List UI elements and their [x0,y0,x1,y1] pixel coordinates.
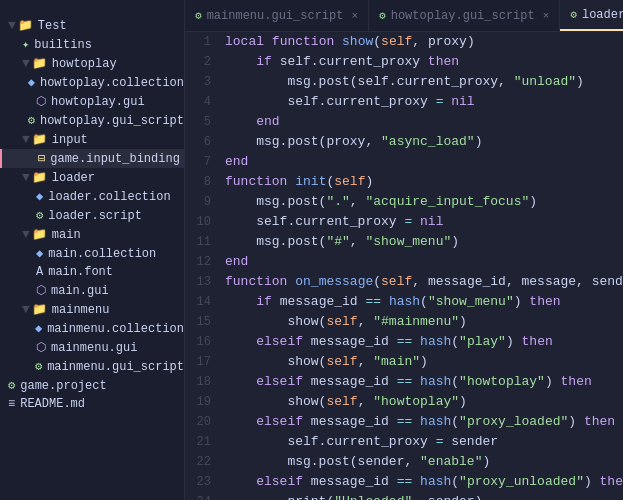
self-kw-token: self [381,274,412,289]
var-token [412,334,420,349]
script-tab-icon: ⚙ [379,9,386,22]
sidebar-item-howtoplay-gui[interactable]: ⬡howtoplay.gui [0,92,184,111]
sidebar-item-mainmenu-gui-script[interactable]: ⚙mainmenu.gui_script [0,357,184,376]
line-content: msg.post(".", "acquire_input_focus") [221,192,537,211]
sidebar-item-loader-collection[interactable]: ◆loader.collection [0,187,184,206]
tab-loader-script[interactable]: ⚙loader.script× [560,0,623,31]
var-token: , [350,194,366,209]
var-token [225,54,256,69]
readme-icon: ≡ [8,397,15,411]
sidebar-item-loader-script[interactable]: ⚙loader.script [0,206,184,225]
sidebar-item-mainmenu-collection[interactable]: ◆mainmenu.collection [0,319,184,338]
var-token: ) [459,394,467,409]
code-line: 20 elseif message_id == hash("proxy_load… [185,412,623,432]
tab-howtoplay-gui-script[interactable]: ⚙howtoplay.gui_script× [369,0,560,31]
sidebar-item-main-collection[interactable]: ◆main.collection [0,244,184,263]
sidebar-item-main-gui[interactable]: ⬡main.gui [0,281,184,300]
str-token: "." [326,194,349,209]
var-token: ) [420,354,428,369]
sidebar-item-test[interactable]: ▼📁Test [0,16,184,35]
kw-token: nil [420,214,443,229]
main-content: ⚙mainmenu.gui_script×⚙howtoplay.gui_scri… [185,0,623,500]
tab-close-button[interactable]: × [351,10,358,22]
gui-icon: ⬡ [36,94,46,109]
sidebar-label: mainmenu.gui_script [47,360,184,374]
line-number: 23 [185,473,221,492]
sidebar-item-howtoplay-collection[interactable]: ◆howtoplay.collection [0,73,184,92]
str-token: "proxy_loaded" [459,414,568,429]
op-token: == [397,374,413,389]
str-token: "acquire_input_focus" [365,194,529,209]
sidebar-title [0,0,184,16]
var-token: ( [373,274,381,289]
kw-token: elseif [256,334,303,349]
code-line: 8function init(self) [185,172,623,192]
str-token: "Unloaded" [334,494,412,500]
sidebar-item-main[interactable]: ▼📁main [0,225,184,244]
var-token: ) [475,134,483,149]
var-token: ( [451,334,459,349]
kw-token: elseif [256,414,303,429]
var-token: print( [225,494,334,500]
sidebar-item-input[interactable]: ▼📁input [0,130,184,149]
str-token: "#mainmenu" [373,314,459,329]
line-content: elseif message_id == hash("play") then [221,332,553,351]
line-number: 9 [185,193,221,212]
kw-token: then [561,374,592,389]
sidebar-item-mainmenu-gui[interactable]: ⬡mainmenu.gui [0,338,184,357]
tab-close-button[interactable]: × [543,10,550,22]
sidebar-item-builtins[interactable]: ✦builtins [0,35,184,54]
line-content: end [221,112,280,131]
sidebar-label: main.gui [51,284,109,298]
sidebar-item-main-font[interactable]: Amain.font [0,263,184,281]
line-content: self.current_proxy = sender [221,432,498,451]
var-token: msg.post( [225,194,326,209]
line-number: 16 [185,333,221,352]
var-token: sender [443,434,498,449]
var-token: show( [225,394,326,409]
kw-token: nil [451,94,474,109]
tab-mainmenu-gui-script[interactable]: ⚙mainmenu.gui_script× [185,0,369,31]
var-token: msg.post(self.current_proxy, [225,74,514,89]
sidebar-item-howtoplay-gui-script[interactable]: ⚙howtoplay.gui_script [0,111,184,130]
var-token: , [358,354,374,369]
fn-token: on_message [295,274,373,289]
collection-icon: ◆ [35,321,42,336]
sidebar-item-readme[interactable]: ≡README.md [0,395,184,413]
kw-token: then [428,54,459,69]
var-token [412,374,420,389]
sidebar-label: game.project [20,379,106,393]
sidebar-label: main.collection [48,247,156,261]
sidebar-item-game-project[interactable]: ⚙game.project [0,376,184,395]
tab-label: mainmenu.gui_script [207,9,344,23]
input-icon: ⊟ [38,151,45,166]
sidebar-label: howtoplay.collection [40,76,184,90]
var-token: ) [365,174,373,189]
sidebar-label: mainmenu.gui [51,341,137,355]
line-number: 4 [185,93,221,112]
code-line: 4 self.current_proxy = nil [185,92,623,112]
line-content: elseif message_id == hash("proxy_loaded"… [221,412,615,431]
self-kw-token: self [334,174,365,189]
var-token: , [358,314,374,329]
sidebar-item-howtoplay[interactable]: ▼📁howtoplay [0,54,184,73]
code-editor[interactable]: 1local function show(self, proxy)2 if se… [185,32,623,500]
var-token: ) [451,234,459,249]
line-content: local function show(self, proxy) [221,32,475,51]
kw-token: if [256,294,272,309]
sidebar-label: game.input_binding [50,152,180,166]
sidebar-item-loader[interactable]: ▼📁loader [0,168,184,187]
sidebar-item-mainmenu[interactable]: ▼📁mainmenu [0,300,184,319]
sidebar-item-game-input-binding[interactable]: ⊟game.input_binding [0,149,184,168]
var-token: ( [420,294,428,309]
sidebar-label: loader.script [48,209,142,223]
str-token: "howtoplay" [373,394,459,409]
var-token: ) [514,294,530,309]
var-token: ) [529,194,537,209]
code-line: 19 show(self, "howtoplay") [185,392,623,412]
var-token: msg.post(sender, [225,454,420,469]
var-token: , proxy) [412,34,474,49]
var-token: message_id [303,474,397,489]
line-number: 18 [185,373,221,392]
line-content: if message_id == hash("show_menu") then [221,292,561,311]
